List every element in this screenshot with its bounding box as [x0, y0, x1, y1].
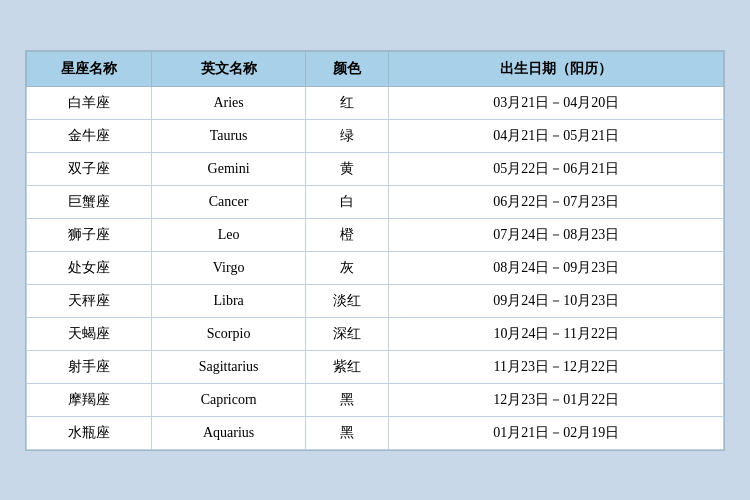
cell-chinese: 狮子座: [27, 218, 152, 251]
cell-date: 03月21日－04月20日: [389, 86, 724, 119]
cell-date: 05月22日－06月21日: [389, 152, 724, 185]
cell-chinese: 白羊座: [27, 86, 152, 119]
cell-color: 黄: [305, 152, 389, 185]
cell-english: Aries: [152, 86, 305, 119]
cell-english: Virgo: [152, 251, 305, 284]
header-english: 英文名称: [152, 51, 305, 86]
cell-date: 08月24日－09月23日: [389, 251, 724, 284]
cell-color: 深红: [305, 317, 389, 350]
cell-date: 06月22日－07月23日: [389, 185, 724, 218]
cell-date: 10月24日－11月22日: [389, 317, 724, 350]
cell-english: Sagittarius: [152, 350, 305, 383]
cell-chinese: 摩羯座: [27, 383, 152, 416]
table-header-row: 星座名称 英文名称 颜色 出生日期（阳历）: [27, 51, 724, 86]
cell-chinese: 天秤座: [27, 284, 152, 317]
table-row: 双子座Gemini黄05月22日－06月21日: [27, 152, 724, 185]
table-row: 处女座Virgo灰08月24日－09月23日: [27, 251, 724, 284]
cell-color: 绿: [305, 119, 389, 152]
header-color: 颜色: [305, 51, 389, 86]
table-row: 水瓶座Aquarius黑01月21日－02月19日: [27, 416, 724, 449]
table-row: 巨蟹座Cancer白06月22日－07月23日: [27, 185, 724, 218]
cell-chinese: 天蝎座: [27, 317, 152, 350]
cell-color: 黑: [305, 383, 389, 416]
cell-english: Leo: [152, 218, 305, 251]
cell-color: 橙: [305, 218, 389, 251]
cell-english: Cancer: [152, 185, 305, 218]
cell-chinese: 处女座: [27, 251, 152, 284]
cell-date: 04月21日－05月21日: [389, 119, 724, 152]
table-row: 天蝎座Scorpio深红10月24日－11月22日: [27, 317, 724, 350]
cell-chinese: 金牛座: [27, 119, 152, 152]
cell-english: Aquarius: [152, 416, 305, 449]
cell-color: 紫红: [305, 350, 389, 383]
table-row: 射手座Sagittarius紫红11月23日－12月22日: [27, 350, 724, 383]
zodiac-table-container: 星座名称 英文名称 颜色 出生日期（阳历） 白羊座Aries红03月21日－04…: [25, 50, 725, 451]
cell-color: 黑: [305, 416, 389, 449]
table-row: 白羊座Aries红03月21日－04月20日: [27, 86, 724, 119]
cell-date: 01月21日－02月19日: [389, 416, 724, 449]
cell-chinese: 巨蟹座: [27, 185, 152, 218]
table-body: 白羊座Aries红03月21日－04月20日金牛座Taurus绿04月21日－0…: [27, 86, 724, 449]
table-row: 金牛座Taurus绿04月21日－05月21日: [27, 119, 724, 152]
cell-chinese: 双子座: [27, 152, 152, 185]
cell-english: Libra: [152, 284, 305, 317]
cell-date: 07月24日－08月23日: [389, 218, 724, 251]
cell-english: Gemini: [152, 152, 305, 185]
cell-english: Capricorn: [152, 383, 305, 416]
table-row: 天秤座Libra淡红09月24日－10月23日: [27, 284, 724, 317]
cell-color: 白: [305, 185, 389, 218]
cell-color: 淡红: [305, 284, 389, 317]
cell-english: Taurus: [152, 119, 305, 152]
zodiac-table: 星座名称 英文名称 颜色 出生日期（阳历） 白羊座Aries红03月21日－04…: [26, 51, 724, 450]
cell-color: 红: [305, 86, 389, 119]
cell-color: 灰: [305, 251, 389, 284]
cell-date: 12月23日－01月22日: [389, 383, 724, 416]
cell-english: Scorpio: [152, 317, 305, 350]
cell-date: 11月23日－12月22日: [389, 350, 724, 383]
header-chinese: 星座名称: [27, 51, 152, 86]
cell-chinese: 射手座: [27, 350, 152, 383]
table-row: 摩羯座Capricorn黑12月23日－01月22日: [27, 383, 724, 416]
cell-date: 09月24日－10月23日: [389, 284, 724, 317]
header-date: 出生日期（阳历）: [389, 51, 724, 86]
table-row: 狮子座Leo橙07月24日－08月23日: [27, 218, 724, 251]
cell-chinese: 水瓶座: [27, 416, 152, 449]
